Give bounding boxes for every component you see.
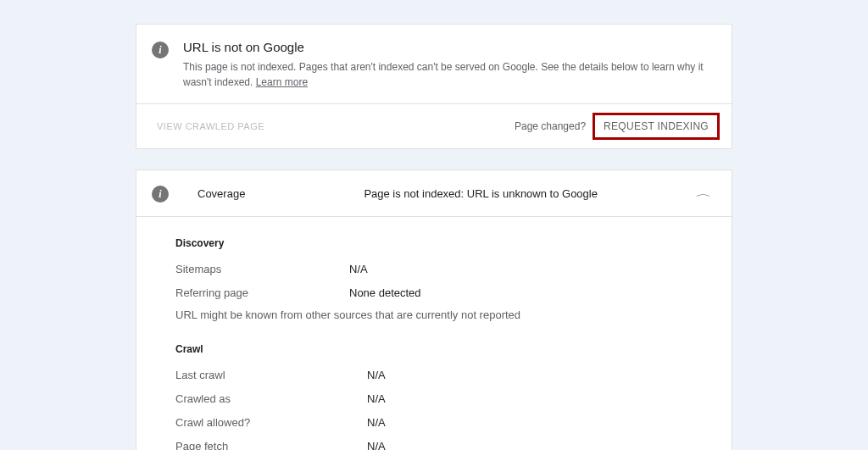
page-fetch-label: Page fetch [175, 440, 349, 451]
crawl-allowed-row: Crawl allowed? N/A [175, 414, 711, 430]
status-description: This page is not indexed. Pages that are… [183, 59, 711, 90]
coverage-summary: Page is not indexed: URL is unknown to G… [364, 187, 696, 200]
page-fetch-value: N/A [367, 440, 386, 451]
crawled-as-label: Crawled as [175, 392, 349, 405]
status-text: URL is not on Google This page is not in… [183, 40, 711, 90]
page-fetch-row: Page fetch N/A [175, 438, 711, 450]
page-changed-label: Page changed? [515, 120, 586, 132]
status-card: i URL is not on Google This page is not … [136, 24, 732, 149]
crawled-as-value: N/A [367, 392, 386, 405]
learn-more-link[interactable]: Learn more [256, 76, 308, 88]
request-indexing-button[interactable]: REQUEST INDEXING [593, 113, 720, 140]
action-bar: VIEW CRAWLED PAGE Page changed? REQUEST … [136, 103, 732, 148]
crawl-allowed-label: Crawl allowed? [175, 416, 349, 429]
status-section: i URL is not on Google This page is not … [136, 25, 732, 103]
right-actions: Page changed? REQUEST INDEXING [515, 113, 720, 140]
referring-value: None detected [349, 286, 421, 299]
sitemaps-value: N/A [349, 263, 368, 275]
coverage-card: i Coverage Page is not indexed: URL is u… [136, 169, 732, 450]
last-crawl-value: N/A [367, 369, 386, 381]
last-crawl-row: Last crawl N/A [175, 367, 711, 382]
coverage-details: Discovery Sitemaps N/A Referring page No… [136, 217, 732, 450]
crawled-as-row: Crawled as N/A [175, 391, 711, 406]
chevron-up-icon: ︿ [696, 189, 711, 198]
coverage-header[interactable]: i Coverage Page is not indexed: URL is u… [136, 170, 732, 217]
discovery-note: URL might be known from other sources th… [175, 308, 711, 321]
info-icon: i [152, 42, 169, 58]
discovery-section-title: Discovery [175, 237, 711, 249]
referring-row: Referring page None detected [175, 285, 711, 300]
sitemaps-row: Sitemaps N/A [175, 261, 711, 276]
crawl-section-title: Crawl [175, 343, 711, 355]
status-title: URL is not on Google [183, 40, 711, 54]
coverage-label: Coverage [198, 187, 245, 200]
referring-label: Referring page [175, 286, 349, 299]
sitemaps-label: Sitemaps [175, 263, 349, 275]
view-crawled-page-button: VIEW CRAWLED PAGE [157, 121, 264, 131]
crawl-allowed-value: N/A [367, 416, 386, 429]
last-crawl-label: Last crawl [175, 369, 349, 381]
info-icon: i [152, 186, 169, 203]
